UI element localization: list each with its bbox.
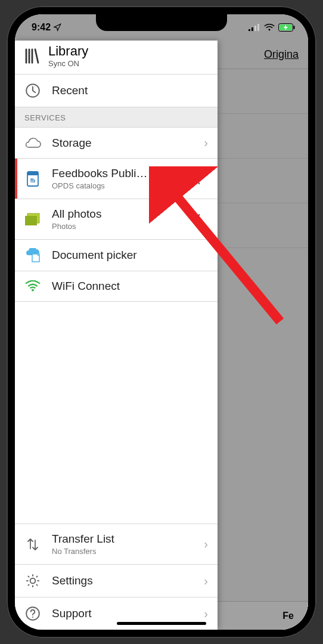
svg-rect-1 bbox=[251, 27, 253, 31]
cloud-document-icon bbox=[24, 248, 41, 262]
home-indicator[interactable] bbox=[117, 622, 206, 625]
drawer-title: Library bbox=[48, 44, 88, 58]
svg-rect-7 bbox=[294, 26, 295, 29]
drawer-subtitle: Sync ON bbox=[48, 60, 88, 68]
chevron-right-icon: › bbox=[204, 136, 208, 150]
svg-rect-13 bbox=[27, 172, 38, 175]
transfer-icon bbox=[26, 537, 40, 552]
svg-point-4 bbox=[269, 29, 271, 30]
library-icon bbox=[23, 47, 41, 65]
clock-icon bbox=[25, 83, 41, 98]
services-header: SERVICES bbox=[15, 107, 218, 128]
svg-point-19 bbox=[30, 578, 36, 584]
wifi-icon bbox=[264, 24, 275, 31]
sidebar-item-transfer[interactable]: Transfer List No Transfers › bbox=[15, 524, 218, 565]
sidebar-item-storage[interactable]: Storage › bbox=[15, 128, 218, 159]
svg-point-18 bbox=[32, 289, 34, 292]
sidebar-item-wifi[interactable]: WiFi Connect bbox=[15, 271, 218, 302]
sidebar-item-recent[interactable]: Recent bbox=[15, 75, 218, 107]
svg-point-21 bbox=[32, 617, 33, 618]
svg-text:fb: fb bbox=[30, 178, 36, 184]
svg-rect-16 bbox=[25, 216, 37, 225]
gear-icon bbox=[25, 573, 41, 589]
chevron-right-icon: › bbox=[204, 607, 208, 621]
svg-rect-0 bbox=[249, 29, 250, 31]
svg-rect-2 bbox=[254, 26, 256, 31]
battery-charging-icon bbox=[278, 23, 295, 32]
more-icon[interactable]: ⋮ bbox=[190, 171, 208, 187]
drawer-header[interactable]: Library Sync ON bbox=[15, 41, 218, 75]
chevron-right-icon: › bbox=[204, 574, 208, 588]
sidebar-drawer: Library Sync ON Recent SERVICES Storage … bbox=[15, 41, 218, 630]
location-icon bbox=[53, 23, 61, 32]
sidebar-item-photos[interactable]: All photos Photos ⋮ bbox=[15, 199, 218, 240]
more-icon[interactable]: ⋮ bbox=[190, 212, 208, 227]
sidebar-item-document-picker[interactable]: Document picker bbox=[15, 240, 218, 271]
chevron-right-icon: › bbox=[204, 537, 208, 551]
help-icon bbox=[25, 606, 41, 621]
sidebar-item-feedbooks[interactable]: fb Feedbooks Publi… OPDS catalogs ⋮ bbox=[15, 159, 218, 199]
notch bbox=[96, 14, 227, 31]
status-time: 9:42 bbox=[32, 22, 51, 33]
cloud-icon bbox=[24, 137, 41, 149]
svg-rect-3 bbox=[257, 24, 259, 31]
photos-icon bbox=[24, 213, 41, 226]
feedbooks-icon: fb bbox=[25, 171, 41, 187]
highlight-bar bbox=[15, 159, 17, 199]
signal-icon bbox=[249, 24, 260, 31]
sidebar-item-settings[interactable]: Settings › bbox=[15, 565, 218, 597]
wifi-icon bbox=[25, 280, 41, 292]
